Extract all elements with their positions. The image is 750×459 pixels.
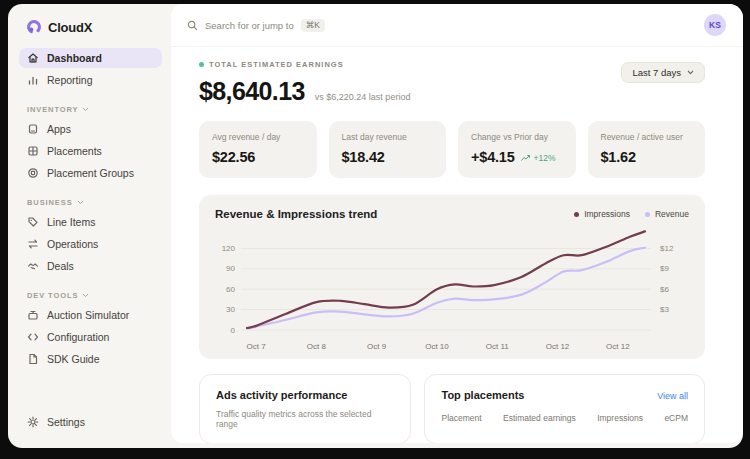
earnings-label: TOTAL ESTIMATED EARNINGS: [209, 60, 344, 69]
svg-text:30: 30: [226, 305, 235, 314]
sidebar-item-label: Reporting: [47, 74, 93, 86]
svg-text:Oct 8: Oct 8: [307, 342, 327, 351]
top-placements-card: Top placements View all Placement Estima…: [424, 374, 705, 443]
auction-icon: [27, 309, 39, 321]
column-header: Placement: [441, 413, 481, 423]
earnings-comparison: vs $6,220.24 last period: [315, 92, 411, 102]
shortcut-badge: ⌘K: [301, 19, 325, 32]
sidebar-item-label: Dashboard: [47, 52, 102, 64]
svg-text:$3: $3: [660, 305, 669, 314]
sidebar-section-inventory[interactable]: INVENTORY: [19, 105, 162, 114]
sidebar-item-label: Settings: [47, 416, 85, 428]
home-icon: [27, 52, 39, 64]
sidebar: CloudX Dashboard Reporting INVENTORY App…: [8, 4, 171, 448]
sidebar-item-label: Configuration: [47, 331, 109, 343]
topbar: Search for or jump to ⌘K KS: [171, 4, 743, 47]
date-range-dropdown[interactable]: Last 7 days: [621, 62, 705, 83]
chevron-down-icon: [82, 107, 89, 112]
search-icon: [187, 20, 198, 31]
line-chart[interactable]: 0306090120$3$6$9$12Oct 7Oct 8Oct 9Oct 10…: [215, 222, 689, 354]
avatar[interactable]: KS: [704, 14, 726, 36]
sidebar-item-dashboard[interactable]: Dashboard: [19, 48, 162, 68]
svg-text:90: 90: [226, 264, 235, 273]
panel-title: Top placements: [441, 389, 524, 401]
cloudx-logo-icon: [26, 19, 42, 35]
metric-value: $1.62: [601, 149, 636, 165]
section-title: BUSINESS: [27, 198, 73, 207]
sidebar-item-reporting[interactable]: Reporting: [19, 70, 162, 90]
logo-text: CloudX: [48, 20, 92, 35]
metric-delta: +12%: [521, 153, 556, 163]
chevron-down-icon: [77, 200, 84, 205]
metric-label: Last day revenue: [342, 132, 434, 142]
svg-text:0: 0: [231, 326, 236, 335]
chart-title: Revenue & Impressions trend: [215, 208, 377, 220]
metric-card-revenue-per-user[interactable]: Revenue / active user $1.62: [588, 121, 706, 178]
metric-value: $18.42: [342, 149, 385, 165]
sidebar-item-auction-simulator[interactable]: Auction Simulator: [19, 305, 162, 325]
sidebar-item-settings[interactable]: Settings: [19, 412, 162, 432]
column-header: eCPM: [664, 413, 688, 423]
placements-table-header: Placement Estimated earnings Impressions…: [441, 413, 688, 423]
metric-card-avg-revenue[interactable]: Avg revenue / day $22.56: [199, 121, 317, 178]
chevron-down-icon: [82, 293, 89, 298]
svg-text:Oct 7: Oct 7: [247, 342, 267, 351]
sidebar-item-apps[interactable]: Apps: [19, 119, 162, 139]
legend-label: Revenue: [655, 209, 689, 219]
metric-label: Avg revenue / day: [212, 132, 304, 142]
sidebar-item-label: Operations: [47, 238, 98, 250]
logo[interactable]: CloudX: [19, 16, 162, 48]
app-window: CloudX Dashboard Reporting INVENTORY App…: [8, 4, 743, 448]
sidebar-item-deals[interactable]: Deals: [19, 256, 162, 276]
chevron-down-icon: [687, 70, 694, 75]
sidebar-item-operations[interactable]: Operations: [19, 234, 162, 254]
gear-icon: [27, 416, 39, 428]
metric-card-last-day-revenue[interactable]: Last day revenue $18.42: [329, 121, 447, 178]
date-range-label: Last 7 days: [632, 67, 681, 78]
document-icon: [27, 353, 39, 365]
metric-cards: Avg revenue / day $22.56 Last day revenu…: [199, 121, 705, 178]
svg-text:$6: $6: [660, 285, 669, 294]
trend-chart-panel: Revenue & Impressions trend Impressions …: [199, 195, 705, 359]
sidebar-item-label: Deals: [47, 260, 74, 272]
sidebar-item-placement-groups[interactable]: Placement Groups: [19, 163, 162, 183]
column-header: Impressions: [597, 413, 643, 423]
app-icon: [27, 123, 39, 135]
ads-activity-card[interactable]: Ads activity performance Traffic quality…: [199, 374, 411, 443]
sidebar-item-sdk-guide[interactable]: SDK Guide: [19, 349, 162, 369]
layout-grid-icon: [27, 145, 39, 157]
dashboard-content: TOTAL ESTIMATED EARNINGS $8,640.13 vs $6…: [171, 47, 743, 443]
svg-text:Oct 12: Oct 12: [546, 342, 570, 351]
group-icon: [27, 167, 39, 179]
svg-text:$12: $12: [660, 244, 674, 253]
svg-text:120: 120: [222, 244, 236, 253]
earnings-amount: $8,640.13: [199, 77, 305, 106]
metric-value: $22.56: [212, 149, 255, 165]
sidebar-item-configuration[interactable]: Configuration: [19, 327, 162, 347]
legend-item-revenue[interactable]: Revenue: [645, 209, 689, 219]
metric-card-change-vs-prior[interactable]: Change vs Prior day +$4.15 +12%: [458, 121, 576, 178]
earnings-label-row: TOTAL ESTIMATED EARNINGS: [199, 60, 410, 69]
sidebar-item-line-items[interactable]: Line Items: [19, 212, 162, 232]
handshake-icon: [27, 260, 39, 272]
sidebar-section-dev-tools[interactable]: DEV TOOLS: [19, 291, 162, 300]
earnings-section: TOTAL ESTIMATED EARNINGS $8,640.13 vs $6…: [199, 60, 705, 106]
chart-legend: Impressions Revenue: [574, 209, 689, 219]
metric-label: Change vs Prior day: [471, 132, 563, 142]
search-placeholder: Search for or jump to: [205, 20, 294, 31]
swap-arrows-icon: [27, 238, 39, 250]
sidebar-item-label: Placement Groups: [47, 167, 134, 179]
sidebar-item-placements[interactable]: Placements: [19, 141, 162, 161]
column-header: Estimated earnings: [503, 413, 576, 423]
svg-text:Oct 11: Oct 11: [486, 342, 510, 351]
sidebar-item-label: SDK Guide: [47, 353, 100, 365]
section-title: DEV TOOLS: [27, 291, 78, 300]
search-input[interactable]: Search for or jump to ⌘K: [187, 19, 325, 32]
legend-item-impressions[interactable]: Impressions: [574, 209, 630, 219]
sidebar-section-business[interactable]: BUSINESS: [19, 198, 162, 207]
legend-dot-icon: [645, 212, 650, 217]
view-all-link[interactable]: View all: [657, 391, 688, 401]
panel-title: Ads activity performance: [216, 389, 394, 401]
sidebar-item-label: Placements: [47, 145, 102, 157]
svg-text:Oct 12: Oct 12: [606, 342, 630, 351]
